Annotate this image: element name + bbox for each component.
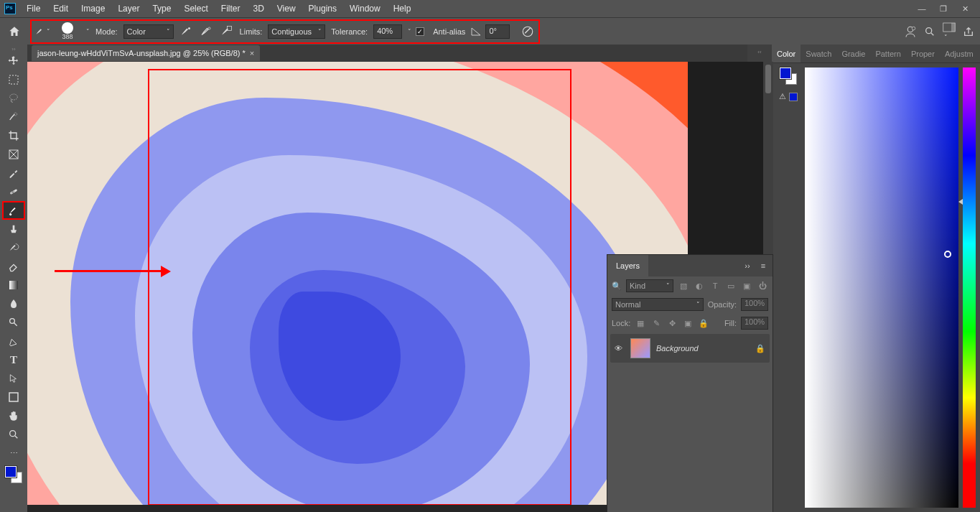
move-tool[interactable] [2,52,25,70]
frame-tool[interactable] [2,145,25,164]
tolerance-input[interactable]: 40% [373,24,402,39]
color-swatches[interactable] [2,462,25,487]
picker-cursor[interactable] [944,251,951,258]
chevron-down-icon[interactable]: ˅ [86,28,90,35]
layer-filter-select[interactable]: Kind˅ [626,279,673,292]
menu-image[interactable]: Image [75,0,111,17]
search-button[interactable] [924,26,935,37]
filter-type-icon[interactable]: T [709,280,721,292]
clone-stamp-tool[interactable] [2,220,25,238]
blend-mode-select[interactable]: Normal˅ [612,298,704,311]
menu-plugins[interactable]: Plugins [302,0,343,17]
canvas[interactable] [27,62,688,505]
layer-filter-value: Kind [630,281,645,290]
menu-select[interactable]: Select [177,0,214,17]
sampling-swatch-button[interactable] [218,24,234,39]
close-icon[interactable]: × [250,49,254,57]
picker-caret-icon [958,199,963,205]
collapse-icon[interactable]: ›› [741,261,754,270]
filter-pixel-icon[interactable]: ▧ [678,280,689,292]
color-picker-field[interactable] [805,68,958,508]
lock-pos-icon[interactable]: ✥ [666,317,678,329]
filter-adjust-icon[interactable]: ◐ [694,280,705,292]
angle-input[interactable]: 0° [485,24,510,39]
filter-shape-icon[interactable]: ▭ [725,280,737,292]
layer-row-background[interactable]: 👁 Background 🔒 [610,334,770,363]
path-select-tool[interactable] [2,369,25,388]
eyedropper-tool[interactable] [2,164,25,182]
gamut-warning[interactable]: ⚠ [779,92,798,101]
hue-slider[interactable] [963,68,976,508]
lock-all-icon[interactable]: 🔒 [698,317,709,329]
brush-preset-picker[interactable]: 388 [55,22,80,42]
history-brush-tool[interactable] [2,238,25,257]
share-button[interactable] [963,26,974,37]
fg-bg-swatch[interactable] [780,68,797,85]
right-panel-tabs: Color Swatch Gradie Pattern Proper Adjus… [772,45,980,63]
fill-input[interactable]: 100% [741,317,768,330]
blur-tool[interactable] [2,294,25,313]
lock-trans-icon[interactable]: ▦ [635,317,646,329]
tab-swatches[interactable]: Swatch [801,45,836,63]
zoom-tool[interactable] [2,425,25,444]
workspace-switcher[interactable]: ˅ [943,22,956,41]
pen-tool[interactable] [2,332,25,350]
lock-artboard-icon[interactable]: ▣ [682,317,694,329]
filter-smart-icon[interactable]: ▣ [741,280,752,292]
dock-grip[interactable]: ‹‹ [757,49,761,55]
tab-patterns[interactable]: Pattern [870,45,905,63]
pressure-size-button[interactable] [520,24,536,39]
tool-preset-picker[interactable]: ˅ [34,24,50,39]
quick-select-tool[interactable] [2,108,25,126]
home-button[interactable] [4,22,24,42]
menu-3d[interactable]: 3D [246,0,270,17]
sampling-continuous-button[interactable] [178,24,194,39]
crop-tool[interactable] [2,126,25,145]
document-tab[interactable]: jason-leung-wHddViTmSvA-unsplash.jpg @ 2… [32,45,260,61]
window-minimize-button[interactable]: — [915,2,928,15]
window-restore-button[interactable]: ❐ [937,2,950,15]
lock-paint-icon[interactable]: ✎ [650,317,662,329]
menu-type[interactable]: Type [146,0,177,17]
opacity-input[interactable]: 100% [741,298,768,311]
window-close-button[interactable]: ✕ [958,2,971,15]
menu-layer[interactable]: Layer [111,0,146,17]
mode-select[interactable]: Color˅ [123,24,174,39]
menu-file[interactable]: File [20,0,47,17]
layers-tab[interactable]: Layers [607,255,648,276]
toolbox-grip[interactable]: ›› [5,46,22,52]
tab-color[interactable]: Color [772,45,801,63]
eraser-tool[interactable] [2,257,25,276]
marquee-tool[interactable] [2,70,25,89]
layer-thumbnail[interactable] [630,338,650,358]
cloud-docs-button[interactable] [904,25,917,38]
visibility-icon[interactable]: 👁 [615,344,625,353]
lock-icon[interactable]: 🔒 [755,344,765,353]
dodge-tool[interactable] [2,313,25,332]
lasso-tool[interactable] [2,89,25,108]
menu-window[interactable]: Window [343,0,387,17]
antialias-checkbox[interactable] [416,27,424,36]
brush-tool[interactable] [2,201,25,220]
search-icon[interactable]: 🔍 [612,281,622,291]
type-tool[interactable]: T [2,350,25,369]
tab-gradients[interactable]: Gradie [836,45,870,63]
tab-properties[interactable]: Proper [906,45,940,63]
gradient-tool[interactable] [2,276,25,294]
svg-point-1 [208,27,210,29]
menu-view[interactable]: View [271,0,302,17]
menu-filter[interactable]: Filter [215,0,247,17]
panel-menu-icon[interactable]: ≡ [757,261,770,270]
menu-help[interactable]: Help [387,0,418,17]
tab-adjustments[interactable]: Adjustm [940,45,979,63]
limits-select[interactable]: Contiguous˅ [268,24,325,39]
fill-value: 100% [745,317,765,326]
shape-tool[interactable] [2,388,25,406]
edit-toolbar-button[interactable]: ⋯ [2,444,25,462]
healing-brush-tool[interactable] [2,182,25,201]
chevron-down-icon[interactable]: ˅ [408,28,411,35]
filter-toggle-icon[interactable]: ⏻ [757,280,768,292]
menu-edit[interactable]: Edit [47,0,75,17]
sampling-once-button[interactable] [198,24,214,39]
hand-tool[interactable] [2,406,25,425]
